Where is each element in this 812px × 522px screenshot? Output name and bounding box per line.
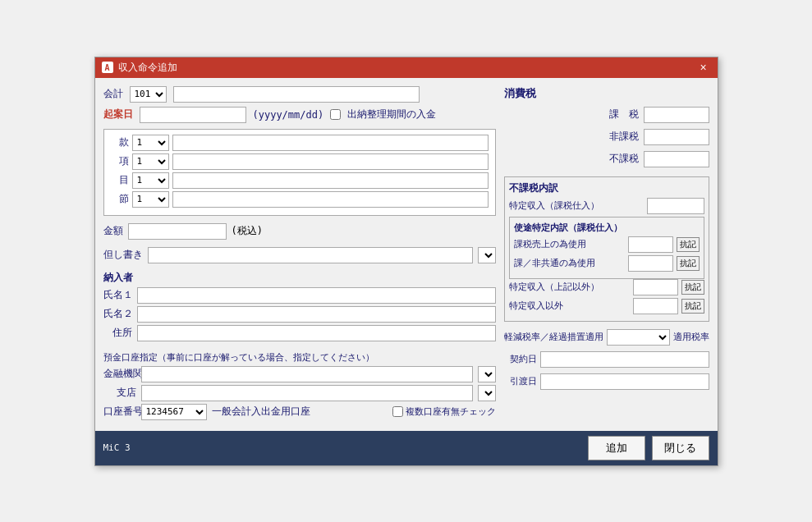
hikiwatashi-input[interactable] (540, 373, 709, 390)
kazei-label: 課 税 (602, 108, 639, 121)
koza-label: 口座番号 (103, 405, 136, 419)
setsu-label: 節 (111, 192, 129, 206)
shunno-checkbox[interactable] (330, 109, 341, 120)
kou-row: 項 1 経常賦課金収入 (111, 153, 489, 170)
shimei2-input[interactable] (137, 306, 496, 323)
tokutei-ijou-row: 特定収入（上記以外） 0 抗記 (509, 279, 704, 295)
fukazei-section: 不課税内訳 特定収入（課税仕入） 0 使途特定内訳（課税仕入） 課税売上の為使用… (504, 176, 709, 322)
tadashigaki-label: 但し書き (103, 248, 143, 262)
keigen-row: 軽減税率／経過措置適用 適用税率 (504, 329, 709, 346)
jusho-input[interactable] (137, 325, 496, 341)
tokutei-igai-btn[interactable]: 抗記 (681, 299, 704, 314)
kinyu-select[interactable]: ▼ (478, 366, 496, 382)
kian-row: 起案日 2023年9月8日 (yyyy/mm/dd) 出納整理期間の入金 (103, 107, 496, 123)
tokutei-nyukin-input[interactable]: 0 (647, 198, 704, 214)
tadashigaki-input[interactable]: R5年度経常賦課金収入 (148, 247, 473, 263)
setsu-row: 節 1 経常賦課金収入 (111, 191, 489, 208)
ka-hi-kyotsu-row: 課／非共通の為使用 0 抗記 (514, 255, 700, 272)
kuan-name-input[interactable]: 土地改良事業収入 (172, 135, 489, 151)
kaikei-name-input[interactable]: 一般会計 (173, 86, 420, 103)
tokutei-nyukin-label: 特定収入（課税仕入） (509, 199, 599, 212)
form-content: 会計 101 一般会計 起案日 2023年9月8日 (yyyy/mm/dd) 出… (95, 78, 718, 431)
kingaku-label: 金額 (103, 224, 123, 238)
window-close-button[interactable]: × (696, 61, 711, 74)
kuan-select[interactable]: 1 (132, 135, 169, 151)
tokutei-ijou-input[interactable]: 0 (633, 279, 678, 295)
kou-label: 項 (111, 154, 129, 168)
kazei-uriage-row: 課税売上の為使用 0 抗記 (514, 236, 700, 253)
titlebar-left: A 収入命令追加 (102, 61, 177, 75)
add-button[interactable]: 追加 (588, 436, 645, 460)
shiten-label: 支店 (103, 386, 136, 400)
close-button[interactable]: 閉じる (652, 436, 709, 460)
main-layout: 会計 101 一般会計 起案日 2023年9月8日 (yyyy/mm/dd) 出… (103, 86, 709, 423)
shunno-label: 出納整理期間の入金 (347, 108, 436, 121)
kingaku-input[interactable]: 32,500 (128, 223, 227, 240)
hikazei-row: 非課税 0 (504, 129, 709, 145)
kian-label: 起案日 (103, 108, 133, 121)
kingaku-row: 金額 32,500 (税込) (103, 223, 496, 240)
ka-hi-kyotsu-input[interactable]: 0 (628, 255, 673, 272)
keigen-label: 軽減税率／経過措置適用 (504, 331, 603, 343)
kinyu-row: 金融機関 ＡＢＣ農業協同組合 ▼ (103, 366, 496, 382)
app-icon: A (102, 62, 113, 73)
left-panel: 会計 101 一般会計 起案日 2023年9月8日 (yyyy/mm/dd) 出… (103, 86, 496, 423)
kinyu-input[interactable]: ＡＢＣ農業協同組合 (141, 366, 473, 382)
fukazei-input[interactable]: 0 (644, 151, 709, 167)
kinyu-label: 金融機関 (103, 367, 136, 381)
shimei2-label: 氏名２ (103, 307, 132, 321)
kou-name-input[interactable]: 経常賦課金収入 (172, 153, 489, 170)
kuan-label: 款 (111, 135, 129, 149)
hikiwatashi-row: 引渡日 (504, 373, 709, 390)
hikazei-label: 非課税 (602, 130, 639, 144)
fukusu-label: 複数口座有無チェック (406, 405, 496, 418)
koza-row: 口座番号 1234567 一般会計入出金用口座 複数口座有無チェック (103, 404, 496, 420)
fukazei-section-title: 不課税内訳 (509, 181, 704, 195)
keigen-select[interactable] (607, 329, 670, 346)
kazei-input[interactable]: 0 (644, 107, 709, 123)
tokutei-igai-row: 特定収入以外 0 抗記 (509, 298, 704, 314)
kian-date-input[interactable]: 2023年9月8日 (140, 107, 246, 123)
kazei-uriage-label: 課税売上の為使用 (514, 238, 625, 250)
yocho-title: 預金口座指定（事前に口座が解っている場合、指定してください） (103, 351, 496, 364)
fukazei-row: 不課税 0 (504, 151, 709, 167)
kaikei-select[interactable]: 101 (130, 86, 167, 103)
keiyaku-input[interactable] (540, 351, 709, 368)
shiten-select[interactable]: ▼ (478, 385, 496, 401)
ka-hi-kyotsu-btn[interactable]: 抗記 (677, 256, 700, 271)
nyusha-section: 納入者 氏名１ 水田 花子外２名 氏名２ 住所 (103, 271, 496, 344)
hikiwatashi-label: 引渡日 (504, 375, 537, 387)
tokutei-ijou-label: 特定収入（上記以外） (509, 281, 630, 293)
moku-name-input[interactable]: 経常賦課金収入 (172, 172, 489, 189)
ka-hi-kyotsu-label: 課／非共通の為使用 (514, 257, 625, 269)
shiyou-section: 使途特定内訳（課税仕入） 課税売上の為使用 0 抗記 課／非共通の為使用 0 抗… (509, 217, 704, 279)
shimei-input[interactable]: 水田 花子外２名 (137, 287, 496, 304)
jusho-row: 住所 (103, 325, 496, 341)
hikazei-input[interactable]: 0 (644, 129, 709, 145)
tokutei-ijou-btn[interactable]: 抗記 (681, 280, 704, 295)
kazei-uriage-btn[interactable]: 抗記 (677, 237, 700, 252)
mic-label: MiC 3 (103, 442, 131, 453)
koza-select[interactable]: 1234567 (141, 404, 207, 420)
moku-select[interactable]: 1 (132, 172, 169, 189)
keiyaku-row: 契約日 (504, 351, 709, 368)
moku-label: 目 (111, 173, 129, 187)
fukusu-checkbox[interactable] (392, 406, 403, 417)
titlebar: A 収入命令追加 × (95, 57, 718, 78)
kuan-row: 款 1 土地改良事業収入 (111, 135, 489, 151)
shiten-input[interactable]: A支店 (141, 385, 473, 401)
jusho-label: 住所 (103, 326, 132, 340)
moku-row: 目 1 経常賦課金収入 (111, 172, 489, 189)
kou-select[interactable]: 1 (132, 153, 169, 170)
kazei-uriage-input[interactable]: 0 (628, 236, 673, 253)
tadashigaki-row: 但し書き R5年度経常賦課金収入 ▼ (103, 247, 496, 263)
window-title: 収入命令追加 (118, 61, 177, 75)
shohizei-title: 消費税 (504, 86, 709, 101)
keiyaku-label: 契約日 (504, 353, 537, 365)
setsu-select[interactable]: 1 (132, 191, 169, 208)
kian-format: (yyyy/mm/dd) (253, 109, 324, 121)
tadashigaki-select[interactable]: ▼ (478, 247, 496, 263)
kingaku-note: (税込) (232, 224, 263, 238)
setsu-name-input[interactable]: 経常賦課金収入 (172, 191, 489, 208)
tokutei-igai-input[interactable]: 0 (633, 298, 678, 314)
